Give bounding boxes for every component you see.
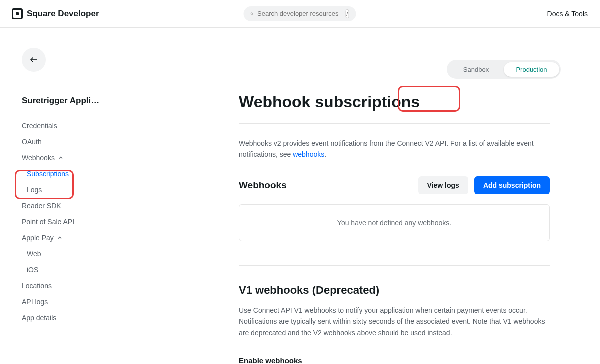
brand[interactable]: Square Developer bbox=[12, 8, 100, 20]
divider bbox=[239, 266, 550, 266]
docs-tools-link[interactable]: Docs & Tools bbox=[548, 10, 588, 18]
sidebar-item-webhooks[interactable]: Webhooks bbox=[22, 150, 121, 166]
env-sandbox[interactable]: Sandbox bbox=[448, 62, 504, 77]
webhooks-section-title: Webhooks bbox=[239, 180, 287, 191]
v1-description: Use Connect API V1 webhooks to notify yo… bbox=[239, 305, 550, 338]
svg-line-1 bbox=[252, 14, 253, 14]
search-icon bbox=[251, 10, 254, 18]
topbar: Square Developer / Docs & Tools bbox=[0, 0, 600, 28]
svg-point-0 bbox=[251, 12, 252, 14]
env-production[interactable]: Production bbox=[504, 62, 560, 77]
brand-text: Square Developer bbox=[27, 9, 100, 19]
page-description: Webhooks v2 provides event notifications… bbox=[239, 138, 550, 160]
slash-key-hint: / bbox=[346, 10, 350, 18]
empty-state: You have not defined any webhooks. bbox=[239, 204, 550, 242]
add-subscription-button[interactable]: Add subscription bbox=[474, 176, 550, 194]
sidebar-item-app-details[interactable]: App details bbox=[22, 310, 121, 326]
divider bbox=[239, 124, 550, 124]
webhooks-actions: View logs Add subscription bbox=[418, 176, 550, 194]
sidebar-item-logs[interactable]: Logs bbox=[22, 182, 121, 198]
back-button[interactable] bbox=[22, 48, 46, 72]
v1-section-title: V1 webhooks (Deprecated) bbox=[239, 284, 550, 297]
chevron-up-icon bbox=[58, 155, 64, 161]
search-wrap: / bbox=[244, 6, 356, 22]
view-logs-button[interactable]: View logs bbox=[418, 176, 468, 194]
sidebar-item-apple-pay[interactable]: Apple Pay bbox=[22, 230, 121, 246]
sidebar-item-web[interactable]: Web bbox=[22, 246, 121, 262]
app-name: Suretrigger Applica… bbox=[22, 96, 102, 106]
enable-webhooks-title: Enable webhooks bbox=[239, 356, 550, 364]
sidebar-item-ios[interactable]: iOS bbox=[22, 262, 121, 278]
sidebar-item-pos-api[interactable]: Point of Sale API bbox=[22, 214, 121, 230]
webhooks-section-header: Webhooks View logs Add subscription bbox=[239, 176, 550, 194]
sidebar-item-reader-sdk[interactable]: Reader SDK bbox=[22, 198, 121, 214]
environment-toggle: Sandbox Production bbox=[447, 60, 561, 79]
sidebar-item-label: Webhooks bbox=[22, 154, 55, 162]
search-box[interactable]: / bbox=[244, 6, 356, 22]
arrow-left-icon bbox=[30, 56, 38, 64]
page-title: Webhook subscriptions bbox=[239, 93, 550, 112]
sidebar-item-api-logs[interactable]: API logs bbox=[22, 294, 121, 310]
sidebar-item-label: Apple Pay bbox=[22, 234, 54, 242]
sidebar-item-subscriptions[interactable]: Subscriptions bbox=[22, 166, 121, 182]
sidebar-item-credentials[interactable]: Credentials bbox=[22, 118, 121, 134]
main-content: Sandbox Production Webhook subscriptions… bbox=[122, 28, 600, 364]
sidebar-item-oauth[interactable]: OAuth bbox=[22, 134, 121, 150]
chevron-up-icon bbox=[57, 235, 63, 241]
sidebar: Suretrigger Applica… Credentials OAuth W… bbox=[0, 28, 122, 364]
search-input[interactable] bbox=[258, 10, 342, 18]
webhooks-link[interactable]: webhooks bbox=[293, 150, 324, 158]
sidebar-item-locations[interactable]: Locations bbox=[22, 278, 121, 294]
square-logo-icon bbox=[12, 8, 23, 20]
